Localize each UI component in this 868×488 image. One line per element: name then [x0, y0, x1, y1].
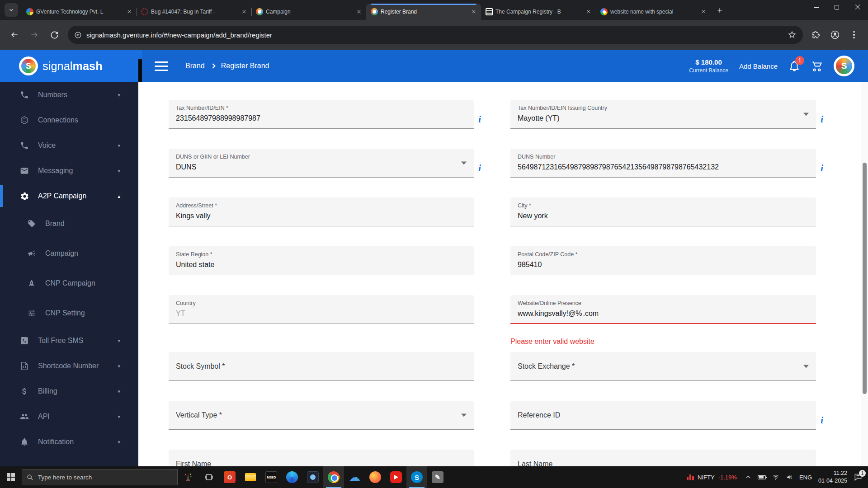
back-button[interactable]: [5, 26, 24, 44]
duns-number-field[interactable]: DUNS Number 5649871231654987989879876542…: [510, 149, 816, 178]
new-tab-button[interactable]: [713, 4, 726, 17]
bookmark-star-icon[interactable]: [788, 30, 797, 39]
tray-expand-icon[interactable]: [745, 474, 751, 480]
sidebar-item-campaign[interactable]: Campaign: [0, 239, 138, 268]
breadcrumb-brand[interactable]: Brand: [185, 62, 205, 70]
taskbar-app-youtube[interactable]: [386, 466, 406, 488]
sidebar-item-label: Campaign: [45, 249, 78, 258]
info-icon[interactable]: [478, 162, 481, 174]
taskbar-app-edge[interactable]: [282, 466, 302, 488]
tab-search-button[interactable]: [5, 3, 18, 17]
tab-close-icon[interactable]: [241, 8, 248, 15]
stock-ticker-widget[interactable]: NIFTY -1.19%: [687, 474, 737, 481]
taskbar-app-m365[interactable]: M365: [261, 466, 282, 488]
speaker-icon[interactable]: [786, 474, 793, 481]
taskbar-app-photos[interactable]: [302, 466, 323, 488]
taskbar-app-firefox[interactable]: [365, 466, 386, 488]
date: 01-04-2025: [818, 477, 847, 485]
screen: GVenture Technology Pvt. L Bug #14047: B…: [0, 0, 868, 488]
search-highlight-button[interactable]: [178, 466, 198, 488]
page-scrollbar-thumb[interactable]: [863, 163, 867, 394]
task-view-button[interactable]: [198, 466, 219, 488]
sidebar-item-cnp-setting[interactable]: CNP Setting: [0, 298, 138, 328]
website-field[interactable]: Website/Online Presence www.kingsvally!@…: [510, 295, 816, 324]
window-close-button[interactable]: [847, 0, 868, 14]
notifications-button[interactable]: 1: [788, 60, 800, 72]
first-name-field[interactable]: First Name: [169, 450, 474, 466]
sidebar-item-shortcode-number[interactable]: Shortcode Number ▾: [0, 353, 138, 379]
tab-title: Campaign: [266, 9, 353, 15]
tab-bug-14047[interactable]: Bug #14047: Bug in Tariff -: [137, 4, 251, 20]
sidebar-item-voice[interactable]: Voice ▾: [0, 133, 138, 158]
vertical-type-select[interactable]: Vertical Type *: [169, 401, 474, 430]
taskbar-app-office[interactable]: O: [219, 466, 240, 488]
tab-close-icon[interactable]: [585, 8, 592, 15]
sidebar-item-connections[interactable]: Connections: [0, 108, 138, 133]
stock-symbol-field[interactable]: Stock Symbol *: [169, 352, 474, 381]
reference-id-field[interactable]: Reference ID: [510, 401, 816, 430]
tab-close-icon[interactable]: [470, 8, 477, 15]
field-value: New york: [518, 212, 798, 220]
tab-close-icon[interactable]: [126, 8, 133, 15]
sidebar-item-api[interactable]: API ▾: [0, 404, 138, 429]
extensions-button[interactable]: [807, 26, 825, 43]
sidebar-item-numbers[interactable]: Numbers ▾: [0, 82, 138, 108]
sidebar-item-toll-free-sms[interactable]: Toll Free SMS ▾: [0, 328, 138, 353]
tab-close-icon[interactable]: [355, 8, 363, 15]
profile-button[interactable]: [826, 26, 844, 43]
window-minimize-button[interactable]: [806, 0, 826, 14]
taskbar-app-chrome[interactable]: [323, 466, 344, 488]
sidebar-item-billing[interactable]: Billing ▾: [0, 379, 138, 404]
taskbar-search-input[interactable]: Type here to search: [22, 469, 178, 485]
sidebar-item-a2p-campaign[interactable]: A2P Campaign ▴: [0, 183, 138, 209]
taskbar-app-onedrive[interactable]: ☁: [344, 466, 365, 488]
sidebar-item-label: API: [38, 413, 50, 421]
signalmash-favicon: [256, 8, 263, 15]
user-avatar[interactable]: S: [834, 56, 854, 76]
signalmash-logo-icon[interactable]: S: [19, 56, 38, 75]
address-street-field[interactable]: Address/Street * Kings vally: [169, 197, 474, 226]
info-icon[interactable]: [478, 113, 481, 125]
cart-button[interactable]: [811, 60, 823, 72]
info-icon[interactable]: [821, 414, 823, 426]
tab-google-search[interactable]: website name with special: [596, 4, 711, 20]
city-field[interactable]: City * New york: [510, 197, 816, 226]
taskbar-app-skype[interactable]: S: [406, 466, 427, 488]
reload-button[interactable]: [45, 26, 63, 44]
add-balance-button[interactable]: Add Balance: [739, 62, 778, 70]
sidebar-item-messaging[interactable]: Messaging ▾: [0, 158, 138, 183]
sidebar-item-notification[interactable]: Notification ▾: [0, 429, 138, 455]
taskbar-app-whiteboard[interactable]: ✎: [427, 466, 448, 488]
address-bar[interactable]: signalmash.gventure.info/#/new-campaign/…: [68, 26, 803, 44]
forward-button[interactable]: [25, 26, 43, 44]
tax-number-field[interactable]: Tax Number/ID/EIN * 23156489798899898798…: [169, 100, 474, 129]
page-scrollbar[interactable]: [861, 82, 868, 466]
sidebar-toggle-button[interactable]: [155, 61, 168, 71]
tab-gventure[interactable]: GVenture Technology Pvt. L: [22, 4, 137, 20]
network-icon[interactable]: [772, 474, 779, 481]
info-icon[interactable]: [821, 113, 823, 125]
state-region-field[interactable]: State Region * United state: [169, 246, 474, 275]
duns-giin-lei-select[interactable]: DUNS or GIIN or LEI Number DUNS: [169, 149, 474, 178]
tab-close-icon[interactable]: [700, 8, 707, 15]
tab-campaign-registry[interactable]: The Campaign Registry - B: [481, 4, 596, 20]
tab-register-brand-active[interactable]: Register Brand: [366, 4, 481, 20]
whiteboard-icon: ✎: [432, 471, 443, 483]
office-icon: O: [224, 471, 236, 483]
stock-exchange-select[interactable]: Stock Exchange *: [510, 352, 816, 381]
sidebar-item-brand[interactable]: Brand: [0, 209, 138, 239]
start-button[interactable]: [0, 466, 22, 488]
last-name-field[interactable]: Last Name: [510, 450, 816, 466]
sidebar-item-cnp-campaign[interactable]: CNP Campaign: [0, 268, 138, 298]
battery-icon[interactable]: [758, 475, 766, 479]
tab-campaign[interactable]: Campaign: [251, 4, 366, 20]
info-icon[interactable]: [821, 162, 823, 174]
browser-menu-button[interactable]: [845, 26, 863, 43]
postal-code-field[interactable]: Postal Code/ZIP Code * 985410: [510, 246, 816, 275]
taskbar-app-file-explorer[interactable]: [240, 466, 261, 488]
clock[interactable]: 11:22 01-04-2025: [818, 469, 847, 485]
tax-issuing-country-select[interactable]: Tax Number/ID/EIN Issuing Country Mayott…: [510, 100, 816, 129]
action-center-button[interactable]: 1: [854, 473, 863, 482]
language-indicator[interactable]: ENG: [799, 474, 812, 481]
window-restore-button[interactable]: [826, 0, 847, 14]
